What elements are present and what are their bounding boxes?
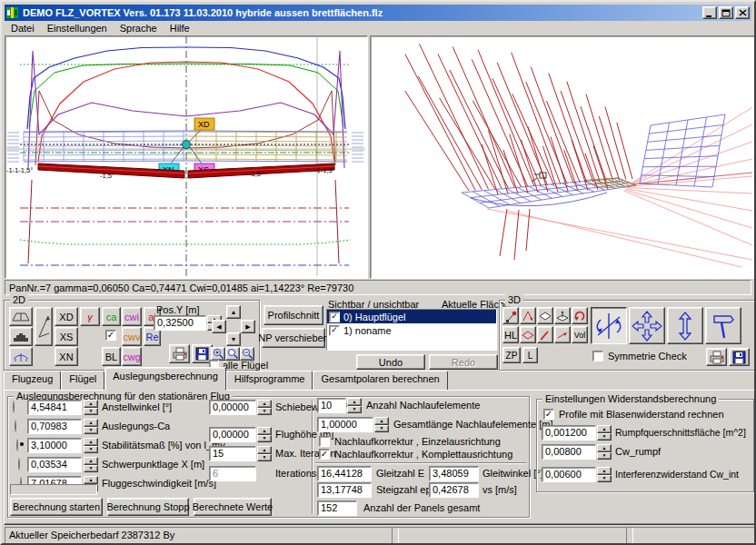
panel-normal-icon-button[interactable] [554,307,571,324]
surface-visible-checkbox[interactable] [329,312,340,322]
cw-rumpf-input[interactable]: 0,00800 [542,444,596,460]
zp-button[interactable]: ZP [502,347,521,363]
gesamtlaenge-input[interactable]: 1,00000 [317,417,373,432]
anstellwinkel-spinner[interactable] [84,400,98,415]
berechnete-werte-button[interactable]: Berechnete Werte [194,498,272,516]
pan-down-button[interactable]: ▼ [226,332,241,346]
einzelausrichtung-checkbox[interactable] [319,436,330,447]
title-bar[interactable]: DEMO FLZ_VORTEX Vers. 01.173 11.03.2010 … [5,5,751,21]
build-view-button[interactable] [705,307,741,344]
ca-checkbox[interactable] [105,330,116,341]
pan-left-button[interactable]: ◀ [212,320,226,333]
surface-list-item[interactable]: 1) noname [327,323,496,337]
plot-2d-front-view[interactable]: XD XN XS -1-1-1,5° -1,5° -1,5° -1-1,5° [5,35,368,279]
cwv-button[interactable]: cwv [122,327,142,346]
tab-auslegungsberechnung[interactable]: Auslegungsberechnung [104,367,226,391]
hl-button[interactable]: HL [502,326,519,343]
tab-hilfsprogramme[interactable]: Hilfsprogramme [226,371,313,391]
schiebewinkel-spinner[interactable] [257,400,272,415]
auslegungs-ca-spinner[interactable] [84,419,98,434]
rumpfquerschnitt-input[interactable]: 0,001200 [542,425,596,441]
angle-measure-icon-button[interactable] [520,307,536,324]
minimize-button[interactable] [702,6,717,19]
surface-visible-checkbox[interactable] [329,325,340,336]
auslegungs-ca-input[interactable]: 0,70983 [27,419,82,434]
surface-list-item[interactable]: 0) Hauptflügel [327,310,496,323]
undo-view-icon-button[interactable] [572,307,588,324]
schwerpunktlage-spinner[interactable] [84,457,98,472]
tab-flugzeug[interactable]: Flugzeug [4,371,61,391]
l-button[interactable]: L [522,347,538,363]
redo-button[interactable]: Redo [429,354,498,370]
surface-listbox[interactable]: 0) Hauptflügel 1) noname [326,309,497,351]
panel-red-icon-button[interactable] [520,326,536,343]
zoom-reset-icon-button[interactable] [225,347,240,361]
komplettausrichtung-checkbox[interactable] [319,449,330,460]
xn-button[interactable]: XN [55,347,78,366]
twist-angle-icon-button[interactable] [35,307,53,346]
menu-einstellungen[interactable]: Einstellungen [41,22,114,35]
cw-rumpf-spinner[interactable] [597,444,612,460]
undo-button[interactable]: Undo [356,354,425,370]
pan-right-button[interactable]: ▶ [241,320,255,333]
maximize-button[interactable] [719,6,733,19]
ca-button[interactable]: ca [102,307,121,326]
pan-view-button[interactable] [629,307,665,344]
vector-icon-button[interactable] [554,326,571,343]
vol-button[interactable]: Vol [572,326,588,343]
profilschnitt-button[interactable]: Profilschnitt [264,305,323,325]
panel-flat-icon-button[interactable] [537,307,553,324]
anzahl-nachlauf-input[interactable]: 10 [317,398,346,413]
print-3d-button[interactable] [706,348,727,366]
rumpfquerschnitt-spinner[interactable] [597,425,612,441]
probe-point-icon-button[interactable] [502,307,519,324]
gesamtlaenge-spinner[interactable] [374,417,389,432]
flughoehe-input[interactable]: 0,00000 [209,427,256,442]
print-2d-button[interactable] [169,344,190,363]
cwg-button[interactable]: cwg [122,347,142,366]
xd-button[interactable]: XD [55,307,78,326]
close-button[interactable] [735,6,750,19]
blasenwiderstand-checkbox[interactable] [543,409,554,420]
cwi-button[interactable]: cwi [122,307,142,326]
zoom-out-icon-button[interactable] [240,347,254,361]
cw-int-spinner[interactable] [597,467,612,482]
xs-button[interactable]: XS [55,327,78,346]
tab-gesamtpolaren[interactable]: Gesamtpolaren berechnen [313,371,447,391]
berechnung-starten-button[interactable]: Berechnung starten [10,498,103,516]
view-dihedral-icon-button[interactable] [9,347,33,366]
max-iteration-input[interactable]: 15 [209,446,256,461]
flughoehe-spinner[interactable] [257,427,272,442]
menu-sprache[interactable]: Sprache [114,22,164,35]
tab-fluegel[interactable]: Flügel [61,371,104,391]
stabilitaetsmass-input[interactable]: 3,10000 [27,438,82,453]
radio-schwerpunktlage[interactable] [18,458,20,471]
berechnung-stopp-button[interactable]: Berechnung Stopp [107,498,189,516]
zoom-in-icon-button[interactable] [211,347,225,361]
max-iteration-spinner[interactable] [257,446,272,461]
zoom-view-button[interactable] [667,307,703,344]
anzahl-nachlauf-spinner[interactable] [347,398,362,413]
np-verschieben-button[interactable]: NP verschieben [262,328,325,348]
anstellwinkel-input[interactable]: 4,54841 [27,400,82,415]
view-distribution-icon-button[interactable] [9,327,33,346]
pan-up-button[interactable]: ▲ [226,305,241,319]
plot-3d-view[interactable] [370,35,755,279]
radio-auslegungs-ca[interactable] [15,420,16,432]
pen-icon-button[interactable] [537,326,553,343]
radio-stabilitaetsmass[interactable] [16,439,18,451]
bl-button[interactable]: BL [102,347,121,366]
posy-input[interactable]: 0,32500 [154,315,206,331]
symmetrie-check-checkbox[interactable] [592,351,603,362]
schiebewinkel-input[interactable]: 0,00000 [209,400,256,415]
menu-hilfe[interactable]: Hilfe [164,22,196,35]
schwerpunktlage-input[interactable]: 0,03534 [27,457,82,472]
save-3d-button[interactable] [729,348,750,366]
rotate-view-button[interactable] [591,307,627,344]
radio-anstellwinkel[interactable] [13,401,15,413]
stabilitaetsmass-spinner[interactable] [84,438,98,453]
gamma-button[interactable]: γ [80,307,100,326]
view-planform-icon-button[interactable] [9,307,33,326]
menu-datei[interactable]: Datei [5,22,41,35]
cw-int-input[interactable]: 0,00600 [542,467,596,482]
